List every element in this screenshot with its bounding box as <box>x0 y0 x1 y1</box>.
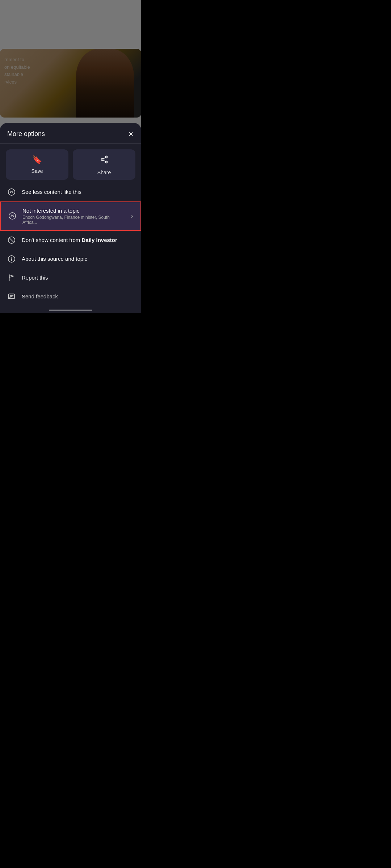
not-interested-icon <box>8 212 17 220</box>
svg-point-6 <box>10 191 11 191</box>
svg-point-2 <box>101 158 103 160</box>
not-interested-label: Not interested in a topic <box>22 207 125 214</box>
flag-icon <box>7 273 16 282</box>
share-label: Share <box>97 170 111 175</box>
send-feedback-text: Send feedback <box>22 293 134 300</box>
svg-point-9 <box>11 215 12 216</box>
dont-show-item[interactable]: Don't show content from Daily Investor <box>0 231 141 250</box>
dont-show-icon <box>7 236 16 244</box>
about-source-label: About this source and topic <box>22 255 134 263</box>
dont-show-label: Don't show content from Daily Investor <box>22 237 134 244</box>
report-item[interactable]: Report this <box>0 268 141 287</box>
sheet-title: More options <box>7 130 45 138</box>
svg-point-8 <box>9 213 16 219</box>
action-buttons-row: 🔖 Save Share <box>0 144 141 183</box>
bottom-sheet: More options × 🔖 Save Share <box>0 123 141 314</box>
share-button[interactable]: Share <box>73 149 135 180</box>
send-feedback-label: Send feedback <box>22 293 134 300</box>
see-less-text: See less content like this <box>22 188 134 196</box>
chevron-icon: › <box>131 212 133 220</box>
svg-line-4 <box>103 160 105 162</box>
share-icon <box>100 155 109 166</box>
close-button[interactable]: × <box>128 129 134 139</box>
svg-point-0 <box>105 156 107 158</box>
svg-point-5 <box>8 188 15 195</box>
see-less-icon <box>7 188 16 196</box>
report-label: Report this <box>22 274 134 281</box>
home-indicator <box>49 310 92 311</box>
svg-point-10 <box>13 215 14 216</box>
dont-show-text: Don't show content from Daily Investor <box>22 237 134 244</box>
save-button[interactable]: 🔖 Save <box>6 149 68 180</box>
send-feedback-item[interactable]: Send feedback <box>0 287 141 306</box>
bookmark-icon: 🔖 <box>32 155 42 165</box>
not-interested-item[interactable]: Not interested in a topic Enoch Godongwa… <box>0 201 141 231</box>
svg-point-1 <box>105 161 107 163</box>
svg-line-3 <box>103 157 105 159</box>
not-interested-sub: Enoch Godongwana, Finance minister, Sout… <box>22 215 125 225</box>
see-less-label: See less content like this <box>22 188 134 196</box>
info-icon <box>7 255 16 263</box>
svg-point-15 <box>11 257 12 258</box>
about-source-text: About this source and topic <box>22 255 134 263</box>
not-interested-text: Not interested in a topic Enoch Godongwa… <box>22 207 125 225</box>
sheet-header: More options × <box>0 123 141 144</box>
svg-line-12 <box>9 238 14 243</box>
about-source-item[interactable]: About this source and topic <box>0 250 141 268</box>
see-less-item[interactable]: See less content like this <box>0 183 141 201</box>
save-label: Save <box>31 168 43 174</box>
report-text: Report this <box>22 274 134 281</box>
feedback-icon <box>7 292 16 301</box>
svg-point-7 <box>12 191 13 191</box>
